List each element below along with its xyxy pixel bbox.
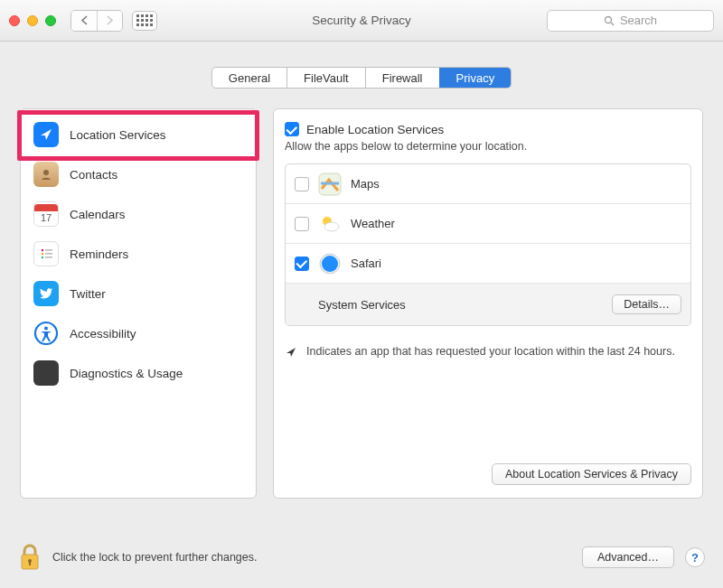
forward-button[interactable]: [97, 11, 122, 31]
show-all-button[interactable]: [132, 11, 157, 31]
enable-location-checkbox[interactable]: [285, 122, 299, 136]
app-checkbox-safari[interactable]: [295, 257, 309, 271]
svg-rect-4: [45, 249, 52, 251]
app-row-safari: Safari: [286, 244, 690, 284]
system-services-label: System Services: [318, 298, 406, 312]
sidebar-item-label: Diagnostics & Usage: [70, 367, 183, 380]
svg-point-0: [605, 16, 611, 23]
svg-point-15: [322, 256, 338, 272]
zoom-window-button[interactable]: [45, 15, 56, 26]
sidebar-item-label: Calendars: [70, 208, 126, 221]
sidebar-item-label: Contacts: [70, 168, 117, 182]
sidebar-item-diagnostics[interactable]: Diagnostics & Usage: [21, 353, 256, 393]
detail-pane: Enable Location Services Allow the apps …: [273, 108, 703, 499]
svg-line-1: [611, 23, 614, 25]
svg-point-3: [42, 249, 43, 251]
sidebar-item-contacts[interactable]: Contacts: [21, 154, 256, 194]
svg-rect-18: [29, 562, 31, 565]
lock-icon[interactable]: [18, 542, 42, 573]
app-label: Safari: [351, 257, 381, 270]
svg-point-10: [44, 327, 48, 331]
app-label: Maps: [351, 177, 380, 191]
sidebar-item-calendars[interactable]: 17 Calendars: [21, 194, 256, 234]
contacts-icon: [33, 162, 59, 187]
svg-point-2: [43, 170, 49, 175]
details-button[interactable]: Details…: [612, 294, 681, 314]
tab-filevault[interactable]: FileVault: [286, 68, 365, 88]
app-row-maps: Maps: [286, 164, 690, 204]
svg-rect-8: [45, 257, 52, 258]
sidebar-item-twitter[interactable]: Twitter: [21, 274, 256, 313]
window-controls: [9, 15, 56, 26]
tab-privacy[interactable]: Privacy: [439, 68, 512, 88]
sidebar-item-label: Accessibility: [70, 327, 136, 341]
enable-location-hint: Allow the apps below to determine your l…: [285, 140, 691, 153]
sidebar-item-label: Location Services: [70, 128, 166, 142]
calendar-icon: 17: [33, 201, 59, 227]
search-icon: [604, 15, 615, 26]
nav-buttons: [70, 10, 123, 32]
location-indicator-icon: [285, 346, 297, 359]
location-indicator-note: Indicates an app that has requested your…: [285, 344, 691, 359]
advanced-button[interactable]: Advanced…: [582, 546, 674, 568]
location-arrow-icon: [33, 122, 59, 147]
footer: Click the lock to prevent further change…: [0, 532, 723, 588]
back-button[interactable]: [71, 11, 97, 31]
tab-general[interactable]: General: [212, 68, 286, 88]
twitter-icon: [33, 281, 59, 306]
sidebar-item-label: Twitter: [70, 287, 106, 301]
tab-firewall[interactable]: Firewall: [365, 68, 439, 88]
search-field[interactable]: Search: [547, 10, 714, 32]
panes: Location Services Contacts 17 Calendars: [20, 108, 703, 499]
sidebar-wrap: Location Services Contacts 17 Calendars: [20, 108, 257, 499]
enable-location-row: Enable Location Services: [285, 122, 691, 136]
safari-icon: [318, 252, 342, 275]
tabs: General FileVault Firewall Privacy: [20, 67, 703, 89]
grid-icon: [136, 14, 153, 26]
maps-icon: [318, 173, 342, 196]
sidebar-item-label: Reminders: [70, 247, 128, 261]
location-indicator-text: Indicates an app that has requested your…: [306, 344, 675, 359]
content: General FileVault Firewall Privacy Locat…: [0, 42, 723, 499]
svg-point-7: [42, 257, 43, 258]
sidebar-item-location-services[interactable]: Location Services: [21, 115, 256, 154]
svg-rect-6: [45, 253, 52, 255]
app-list: Maps Weather Safari: [285, 163, 691, 326]
svg-point-13: [324, 222, 339, 231]
weather-icon: [318, 212, 342, 236]
svg-point-5: [42, 253, 43, 255]
titlebar: Security & Privacy Search: [0, 0, 723, 42]
lock-message: Click the lock to prevent further change…: [52, 551, 571, 564]
search-placeholder: Search: [620, 14, 657, 27]
close-window-button[interactable]: [9, 15, 20, 26]
tabstrip: General FileVault Firewall Privacy: [211, 67, 512, 89]
minimize-window-button[interactable]: [27, 15, 38, 26]
help-button[interactable]: ?: [685, 547, 705, 567]
app-row-system-services: System Services Details…: [286, 284, 690, 325]
reminders-icon: [33, 241, 59, 266]
app-label: Weather: [351, 217, 395, 230]
sidebar-item-accessibility[interactable]: Accessibility: [21, 313, 256, 353]
app-checkbox-maps[interactable]: [295, 177, 309, 191]
diagnostics-icon: [33, 360, 59, 386]
app-row-weather: Weather: [286, 204, 690, 244]
app-checkbox-weather[interactable]: [295, 217, 309, 231]
sidebar: Location Services Contacts 17 Calendars: [20, 108, 257, 499]
accessibility-icon: [33, 321, 59, 346]
sidebar-item-reminders[interactable]: Reminders: [21, 234, 256, 274]
about-location-button[interactable]: About Location Services & Privacy: [492, 463, 691, 485]
enable-location-label: Enable Location Services: [306, 123, 444, 136]
